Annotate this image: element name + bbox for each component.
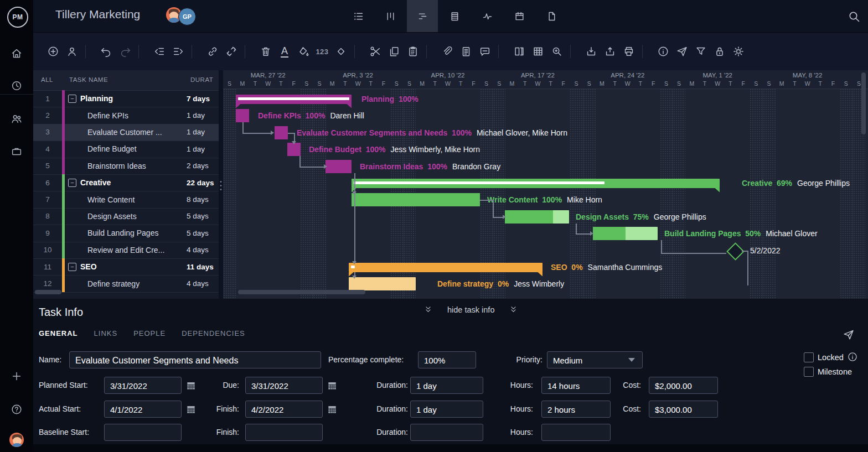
view-tab-doc-view[interactable] xyxy=(536,0,567,32)
task-name[interactable]: −Planning xyxy=(65,94,187,103)
task-name[interactable]: Write Content xyxy=(65,195,187,204)
task-duration[interactable]: 7 days xyxy=(187,95,219,103)
col-task-name[interactable]: TASK NAME xyxy=(69,76,108,83)
collapse-icon[interactable]: − xyxy=(68,95,76,103)
toolbar-undo-button[interactable] xyxy=(99,44,114,59)
toolbar-text-style-button[interactable]: A xyxy=(277,44,292,59)
pm-logo[interactable]: PM xyxy=(7,7,28,28)
task-duration[interactable]: 11 days xyxy=(187,263,219,271)
search-icon[interactable] xyxy=(847,9,861,24)
toolbar-redo-button[interactable] xyxy=(117,44,133,59)
view-tab-activity-view[interactable] xyxy=(472,0,503,32)
milestone-diamond[interactable] xyxy=(726,242,745,261)
milestone-checkbox[interactable] xyxy=(804,367,814,377)
task-duration[interactable]: 4 days xyxy=(187,279,219,288)
name-input[interactable]: Evaluate Customer Segments and Needs xyxy=(69,351,321,368)
task-bar-brainstorm-ideas[interactable] xyxy=(326,160,352,173)
toolbar-settings-button[interactable] xyxy=(731,44,746,59)
toolbar-paste-button[interactable] xyxy=(405,44,421,59)
task-bar-define-strategy[interactable] xyxy=(349,277,416,290)
hours-input[interactable] xyxy=(541,424,611,441)
task-bar-define-budget[interactable] xyxy=(287,143,301,156)
calendar-icon[interactable] xyxy=(326,380,338,392)
table-row[interactable]: 3Evaluate Customer ...1 day xyxy=(33,124,219,141)
sidebar-item-add[interactable] xyxy=(0,364,33,388)
toolbar-attachment-button[interactable] xyxy=(440,44,455,59)
toolbar-unlink-tasks-button[interactable] xyxy=(224,44,239,59)
table-row[interactable]: 10Review and Edit Cre...4 days xyxy=(33,242,219,259)
toolbar-print-button[interactable] xyxy=(621,44,637,59)
table-row[interactable]: 1−Planning7 days xyxy=(33,90,219,107)
task-info-tab-people[interactable]: PEOPLE xyxy=(133,329,166,337)
toolbar-indent-button[interactable] xyxy=(170,44,186,59)
gantt-vscrollbar[interactable] xyxy=(861,72,866,134)
task-name[interactable]: Review and Edit Cre... xyxy=(65,246,187,254)
hours-input[interactable]: 14 hours xyxy=(541,377,611,394)
table-row[interactable]: 12Define strategy4 days xyxy=(33,275,219,292)
sidebar-item-home[interactable] xyxy=(0,41,33,66)
end-input[interactable] xyxy=(245,424,323,441)
col-duration[interactable]: DURAT xyxy=(190,76,213,83)
task-name[interactable]: −Creative xyxy=(65,178,187,187)
toolbar-export-button[interactable] xyxy=(602,44,618,59)
task-name[interactable]: Brainstorm Ideas xyxy=(65,162,187,170)
locked-checkbox[interactable] xyxy=(804,352,814,362)
task-duration[interactable]: 1 day xyxy=(187,128,219,136)
toolbar-add-task-button[interactable] xyxy=(45,44,61,59)
sidebar-item-help[interactable] xyxy=(0,397,33,422)
sidebar-item-portfolio[interactable] xyxy=(0,139,33,164)
table-row[interactable]: 9Build Landing Pages5 days xyxy=(33,225,219,242)
summary-bar-seo[interactable] xyxy=(349,263,542,272)
pct-input[interactable]: 100% xyxy=(418,351,476,368)
task-name[interactable]: Define KPIs xyxy=(65,111,187,120)
task-duration[interactable]: 1 day xyxy=(187,145,219,153)
table-row[interactable]: 7Write Content8 days xyxy=(33,191,219,208)
task-info-tab-dependencies[interactable]: DEPENDENCIES xyxy=(182,329,245,337)
toolbar-assign-person-button[interactable] xyxy=(64,44,80,59)
info-icon[interactable] xyxy=(847,351,858,362)
task-bar-build-landing-pages[interactable] xyxy=(593,227,658,240)
table-row[interactable]: 4Define Budget1 day xyxy=(33,141,219,158)
collapse-icon[interactable]: − xyxy=(68,179,76,187)
start-input[interactable]: 4/1/2022 xyxy=(104,401,182,418)
hours-input[interactable]: 2 hours xyxy=(541,401,611,418)
toolbar-table-grid-button[interactable] xyxy=(530,44,546,59)
sidebar-item-people[interactable] xyxy=(0,107,33,131)
end-input[interactable]: 4/2/2022 xyxy=(245,401,323,418)
task-duration[interactable]: 1 day xyxy=(187,111,219,120)
start-input[interactable]: 3/31/2022 xyxy=(104,377,182,394)
table-hscrollbar[interactable] xyxy=(35,290,61,294)
task-name[interactable]: Define Budget xyxy=(65,144,187,153)
toolbar-delete-button[interactable] xyxy=(258,44,273,59)
toolbar-cut-button[interactable] xyxy=(368,44,383,59)
toolbar-info-button[interactable] xyxy=(655,44,671,59)
gantt-hscrollbar[interactable] xyxy=(238,290,365,294)
col-all[interactable]: ALL xyxy=(41,76,53,83)
sidebar-user-avatar[interactable] xyxy=(0,428,33,452)
summary-bar-creative[interactable] xyxy=(352,179,720,188)
toolbar-milestone-button[interactable] xyxy=(333,44,349,59)
task-duration[interactable]: 4 days xyxy=(187,246,219,254)
project-avatars[interactable]: GP xyxy=(166,7,205,25)
task-name[interactable]: Define strategy xyxy=(65,279,187,288)
toolbar-numbers-button[interactable]: 123 xyxy=(314,44,330,59)
task-bar-evaluate-customer-segments-and-needs[interactable] xyxy=(275,126,288,139)
panel-splitter[interactable] xyxy=(219,70,223,299)
task-name[interactable]: Build Landing Pages xyxy=(65,228,187,237)
toolbar-add-column-button[interactable] xyxy=(512,44,527,59)
view-tab-list-view[interactable] xyxy=(343,0,374,32)
task-duration[interactable]: 8 days xyxy=(187,195,219,204)
toolbar-zoom-in-button[interactable] xyxy=(549,44,565,59)
duration-input[interactable]: 1 day xyxy=(410,401,483,418)
task-bar-write-content[interactable] xyxy=(352,193,480,206)
task-duration[interactable]: 22 days xyxy=(187,179,219,187)
task-name[interactable]: −SEO xyxy=(65,262,187,271)
toolbar-filter-button[interactable] xyxy=(693,44,709,59)
cost-input[interactable]: $3,000.00 xyxy=(649,401,718,418)
toolbar-fill-color-button[interactable] xyxy=(296,44,311,59)
view-tab-board-view[interactable] xyxy=(375,0,406,32)
toolbar-outdent-button[interactable] xyxy=(152,44,167,59)
toolbar-comment-button[interactable] xyxy=(477,44,493,59)
calendar-icon[interactable] xyxy=(326,403,338,415)
view-tab-calendar-view[interactable] xyxy=(504,0,535,32)
